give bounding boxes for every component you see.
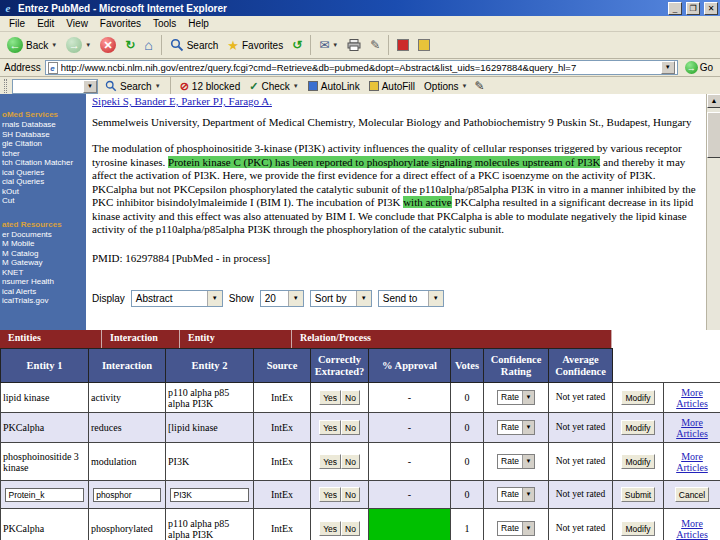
more-articles-link[interactable]: More Articles — [676, 417, 708, 439]
submit-button[interactable]: Submit — [621, 487, 655, 502]
author-links[interactable]: Sipeki S, Bander E, Parker PJ, Farago A. — [92, 95, 700, 107]
sidebar-item[interactable]: ical Queries — [0, 168, 86, 178]
favorites-button[interactable]: ★ Favorites — [224, 37, 286, 54]
interaction-input[interactable] — [93, 488, 161, 502]
rate-select[interactable]: Rate▼ — [497, 390, 535, 405]
entity2-input[interactable] — [170, 488, 248, 502]
abstract-text: The modulation of phosphoinositide 3-kin… — [92, 142, 700, 237]
maximize-button[interactable]: ❐ — [686, 2, 700, 15]
yes-button[interactable]: Yes — [319, 454, 341, 469]
sidebar-item[interactable]: tcher — [0, 149, 86, 159]
highlighter-pencil-icon[interactable]: ✎ — [474, 79, 484, 93]
menu-item-tools[interactable]: Tools — [147, 17, 182, 30]
back-button[interactable]: ← Back ▼ — [4, 36, 60, 54]
yes-button[interactable]: Yes — [319, 420, 341, 435]
table-banner: Entities Interaction Entity Relation/Pro… — [0, 330, 612, 348]
avg-confidence-cell: Not yet rated — [549, 509, 613, 540]
sidebar-item[interactable]: KNET — [0, 268, 86, 278]
no-button[interactable]: No — [341, 454, 360, 469]
sidebar-item[interactable]: nsumer Health — [0, 277, 86, 287]
addon-icon — [397, 39, 409, 51]
sidebar-item[interactable]: er Documents — [0, 230, 86, 240]
menu-item-help[interactable]: Help — [182, 17, 215, 30]
sidebar-item[interactable]: cial Queries — [0, 177, 86, 187]
addon-button[interactable] — [394, 38, 412, 52]
scrollbar-thumb[interactable] — [707, 112, 720, 158]
chevron-down-icon[interactable]: ▼ — [661, 61, 675, 74]
yes-button[interactable]: Yes — [319, 487, 341, 502]
sidebar-item[interactable]: Cut — [0, 196, 86, 206]
sidebar-item[interactable]: icalTrials.gov — [0, 296, 86, 306]
no-button[interactable]: No — [341, 420, 360, 435]
sidebar-item[interactable]: kOut — [0, 187, 86, 197]
interaction-cell: reduces — [89, 413, 166, 443]
send-to-select[interactable]: Send to ▼ — [378, 290, 444, 307]
sidebar-item[interactable]: SH Database — [0, 130, 86, 140]
entity1-input[interactable] — [5, 488, 83, 502]
rate-select[interactable]: Rate▼ — [497, 487, 535, 502]
forward-button[interactable]: → ▼ — [63, 36, 94, 54]
address-input[interactable]: e http://www.ncbi.nlm.nih.gov/entrez/que… — [45, 60, 678, 75]
menu-item-view[interactable]: View — [60, 17, 94, 30]
more-articles-link[interactable]: More Articles — [676, 451, 708, 473]
history-button[interactable]: ↺ — [289, 37, 305, 53]
chevron-down-icon[interactable]: ▼ — [83, 80, 97, 93]
google-search-input[interactable]: ▼ — [12, 79, 98, 94]
no-button[interactable]: No — [341, 487, 360, 502]
menu-item-file[interactable]: File — [3, 17, 31, 30]
sidebar-item[interactable]: ical Alerts — [0, 287, 86, 297]
cancel-button[interactable]: Cancel — [675, 487, 709, 502]
modify-button[interactable]: Modify — [621, 420, 654, 435]
scroll-up-icon[interactable]: ▲ — [707, 94, 720, 108]
modify-button[interactable]: Modify — [621, 521, 654, 536]
svg-text:e: e — [50, 64, 55, 73]
edit-button[interactable]: ✎ — [367, 37, 383, 53]
no-button[interactable]: No — [341, 390, 360, 405]
refresh-button[interactable]: ↻ — [122, 37, 138, 53]
table-header-row: Entity 1 Interaction Entity 2 Source Cor… — [1, 349, 720, 383]
print-button[interactable] — [344, 38, 364, 52]
autolink-button[interactable]: AutoLink — [306, 81, 362, 92]
sidebar-item[interactable]: M Gateway — [0, 258, 86, 268]
sidebar-item[interactable]: rnals Database — [0, 120, 86, 130]
stop-button[interactable]: ✕ — [97, 36, 119, 54]
toolbar-grip[interactable] — [4, 79, 7, 93]
modify-cell: Modify — [613, 509, 664, 540]
mail-button[interactable]: ✉ ▼ — [316, 37, 341, 53]
popup-blocked-button[interactable]: ⊘ 12 blocked — [178, 80, 243, 93]
sidebar-item[interactable]: M Catalog — [0, 249, 86, 259]
autofill-button[interactable]: AutoFill — [367, 81, 417, 92]
yes-button[interactable]: Yes — [319, 521, 341, 536]
menu-bar: File Edit View Favorites Tools Help — [0, 16, 720, 32]
modify-button[interactable]: Modify — [621, 390, 654, 405]
no-button[interactable]: No — [341, 521, 360, 536]
sidebar-item[interactable]: tch Citation Matcher — [0, 158, 86, 168]
home-button[interactable]: ⌂ — [141, 36, 155, 54]
entity1-cell: lipid kinase — [1, 383, 89, 413]
display-select[interactable]: Abstract ▼ — [131, 290, 223, 307]
show-select[interactable]: 20 ▼ — [260, 290, 304, 307]
sidebar-item[interactable]: M Mobile — [0, 239, 86, 249]
chevron-down-icon: ▼ — [288, 291, 303, 306]
sort-select[interactable]: Sort by ▼ — [310, 290, 372, 307]
table-row: PKCalpha reduces [lipid kinase IntEx Yes… — [1, 413, 720, 443]
menu-item-edit[interactable]: Edit — [31, 17, 60, 30]
addon-button[interactable] — [415, 38, 433, 52]
search-button[interactable]: Search — [167, 37, 222, 53]
sidebar-item[interactable]: gle Citation — [0, 139, 86, 149]
rate-select[interactable]: Rate▼ — [497, 521, 535, 536]
rate-select[interactable]: Rate▼ — [497, 454, 535, 469]
spellcheck-button[interactable]: ✓ Check ▼ — [247, 80, 301, 93]
menu-item-favorites[interactable]: Favorites — [94, 17, 147, 30]
more-articles-link[interactable]: More Articles — [676, 518, 708, 540]
yes-button[interactable]: Yes — [319, 390, 341, 405]
affiliation: Semmelweis University, Department of Med… — [92, 116, 700, 129]
modify-button[interactable]: Modify — [621, 454, 654, 469]
minimize-button[interactable]: _ — [668, 2, 682, 15]
more-articles-link[interactable]: More Articles — [676, 387, 708, 409]
options-button[interactable]: Options ▼ — [422, 81, 469, 92]
rate-select[interactable]: Rate▼ — [497, 420, 535, 435]
go-button[interactable]: → Go — [682, 61, 716, 74]
google-search-button[interactable]: Search ▼ — [103, 80, 163, 92]
close-button[interactable]: ✕ — [704, 2, 718, 15]
